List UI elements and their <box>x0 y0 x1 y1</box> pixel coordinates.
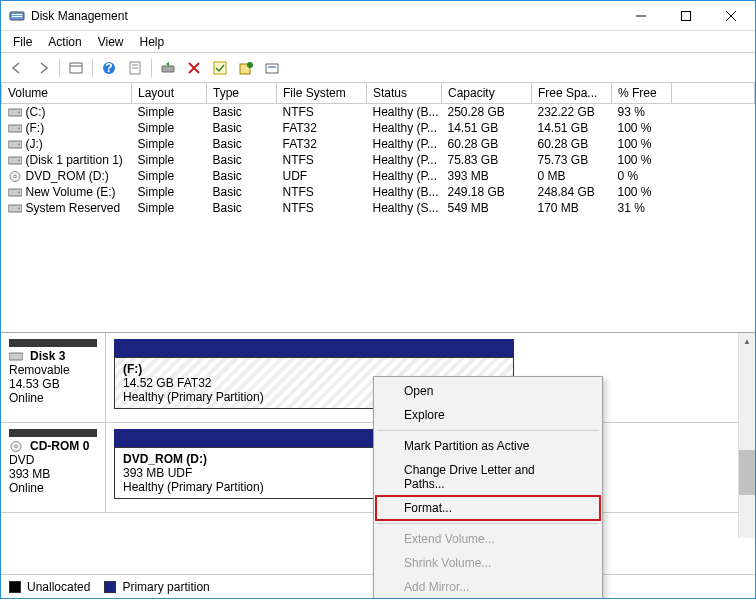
svg-point-17 <box>247 62 253 68</box>
drive-icon <box>9 351 23 362</box>
ctx-format[interactable]: Format... <box>376 496 600 520</box>
ctx-mark-active[interactable]: Mark Partition as Active <box>376 434 600 458</box>
disk-status: Online <box>9 391 97 405</box>
titlebar: Disk Management <box>1 1 755 31</box>
col-layout[interactable]: Layout <box>132 83 207 104</box>
table-row[interactable]: System ReservedSimpleBasicNTFSHealthy (S… <box>2 200 755 216</box>
window-controls <box>618 1 753 30</box>
svg-point-23 <box>18 128 20 130</box>
properties-icon[interactable] <box>123 56 147 80</box>
toolbar-separator <box>92 58 93 78</box>
ctx-separator <box>377 430 599 431</box>
cell-layout: Simple <box>132 168 207 184</box>
cell-pctfree: 100 % <box>612 120 672 136</box>
vertical-scrollbar[interactable]: ▲ <box>738 333 755 538</box>
volume-table[interactable]: Volume Layout Type File System Status Ca… <box>1 83 755 216</box>
ctx-separator <box>377 523 599 524</box>
cell-type: Basic <box>207 120 277 136</box>
back-button[interactable] <box>5 56 29 80</box>
action-icon[interactable] <box>234 56 258 80</box>
cell-layout: Simple <box>132 136 207 152</box>
cell-freespace: 14.51 GB <box>532 120 612 136</box>
col-volume[interactable]: Volume <box>2 83 132 104</box>
table-row[interactable]: DVD_ROM (D:)SimpleBasicUDFHealthy (P...3… <box>2 168 755 184</box>
cell-type: Basic <box>207 152 277 168</box>
svg-point-25 <box>18 144 20 146</box>
svg-rect-34 <box>9 353 23 360</box>
table-row[interactable]: (Disk 1 partition 1)SimpleBasicNTFSHealt… <box>2 152 755 168</box>
delete-icon[interactable] <box>182 56 206 80</box>
show-hide-button[interactable] <box>64 56 88 80</box>
cell-type: Basic <box>207 104 277 121</box>
svg-rect-14 <box>162 66 174 72</box>
menu-view[interactable]: View <box>90 32 132 52</box>
forward-button[interactable] <box>31 56 55 80</box>
drive-icon <box>8 123 22 134</box>
cell-status: Healthy (S... <box>367 200 442 216</box>
ctx-explore[interactable]: Explore <box>376 403 600 427</box>
partition-info: 14.52 GB FAT32 <box>123 376 212 390</box>
disk-type: DVD <box>9 453 97 467</box>
cell-freespace: 60.28 GB <box>532 136 612 152</box>
table-row[interactable]: (F:)SimpleBasicFAT32Healthy (P...14.51 G… <box>2 120 755 136</box>
svg-rect-7 <box>70 63 82 73</box>
cell-volume: (C:) <box>2 104 132 121</box>
check-icon[interactable] <box>208 56 232 80</box>
cell-type: Basic <box>207 184 277 200</box>
svg-point-29 <box>13 176 16 179</box>
table-row[interactable]: (C:)SimpleBasicNTFSHealthy (B...250.28 G… <box>2 104 755 121</box>
cell-freespace: 0 MB <box>532 168 612 184</box>
drive-icon <box>8 155 22 166</box>
menu-file[interactable]: File <box>5 32 40 52</box>
help-icon[interactable]: ? <box>97 56 121 80</box>
drive-icon <box>8 139 22 150</box>
cell-filesystem: NTFS <box>277 104 367 121</box>
cell-capacity: 393 MB <box>442 168 532 184</box>
cell-pctfree: 100 % <box>612 152 672 168</box>
col-freespace[interactable]: Free Spa... <box>532 83 612 104</box>
cell-type: Basic <box>207 200 277 216</box>
cell-status: Healthy (P... <box>367 120 442 136</box>
table-row[interactable]: (J:)SimpleBasicFAT32Healthy (P...60.28 G… <box>2 136 755 152</box>
close-button[interactable] <box>708 1 753 30</box>
minimize-button[interactable] <box>618 1 663 30</box>
table-row[interactable]: New Volume (E:)SimpleBasicNTFSHealthy (B… <box>2 184 755 200</box>
drive-icon <box>8 187 22 198</box>
menu-action[interactable]: Action <box>40 32 89 52</box>
col-spacer <box>672 83 755 104</box>
scroll-up-button[interactable]: ▲ <box>739 333 755 350</box>
partition-info: 393 MB UDF <box>123 466 192 480</box>
col-pctfree[interactable]: % Free <box>612 83 672 104</box>
ctx-open[interactable]: Open <box>376 379 600 403</box>
menu-help[interactable]: Help <box>132 32 173 52</box>
col-type[interactable]: Type <box>207 83 277 104</box>
cell-status: Healthy (P... <box>367 136 442 152</box>
partition-label: DVD_ROM (D:) <box>123 452 207 466</box>
drive-icon <box>8 107 22 118</box>
cell-filesystem: FAT32 <box>277 136 367 152</box>
scroll-thumb[interactable] <box>739 450 755 495</box>
cell-freespace: 170 MB <box>532 200 612 216</box>
maximize-button[interactable] <box>663 1 708 30</box>
cell-layout: Simple <box>132 152 207 168</box>
cell-filesystem: UDF <box>277 168 367 184</box>
col-filesystem[interactable]: File System <box>277 83 367 104</box>
context-menu: Open Explore Mark Partition as Active Ch… <box>373 376 603 599</box>
ctx-shrink-volume[interactable]: Shrink Volume... <box>376 551 600 575</box>
cell-volume: (F:) <box>2 120 132 136</box>
col-status[interactable]: Status <box>367 83 442 104</box>
svg-rect-19 <box>268 66 276 68</box>
ctx-change-letter[interactable]: Change Drive Letter and Paths... <box>376 458 600 496</box>
ctx-extend-volume[interactable]: Extend Volume... <box>376 527 600 551</box>
col-capacity[interactable]: Capacity <box>442 83 532 104</box>
cell-status: Healthy (B... <box>367 184 442 200</box>
cell-volume: (Disk 1 partition 1) <box>2 152 132 168</box>
cell-layout: Simple <box>132 200 207 216</box>
window-title: Disk Management <box>31 9 618 23</box>
refresh-icon[interactable] <box>156 56 180 80</box>
cell-filesystem: FAT32 <box>277 120 367 136</box>
cell-capacity: 75.83 GB <box>442 152 532 168</box>
settings-icon[interactable] <box>260 56 284 80</box>
ctx-add-mirror[interactable]: Add Mirror... <box>376 575 600 599</box>
toolbar-separator <box>59 58 60 78</box>
